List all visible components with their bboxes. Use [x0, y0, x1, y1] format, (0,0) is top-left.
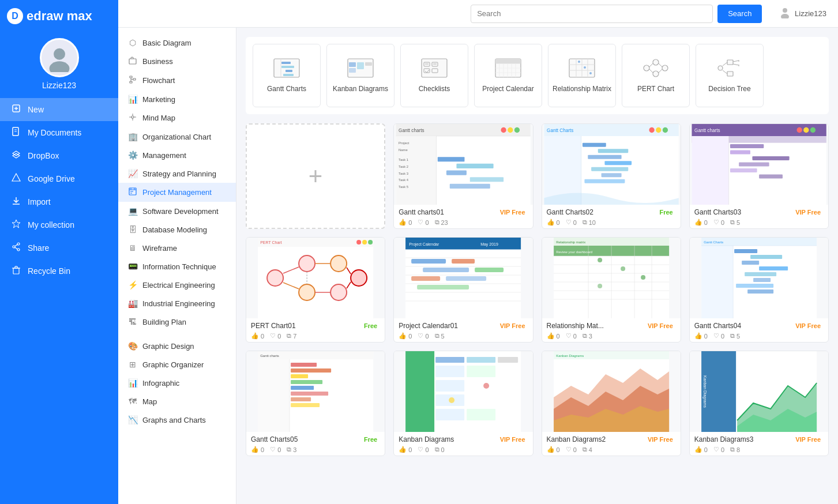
heart-icon: ♡ [566, 332, 572, 340]
svg-rect-62 [495, 59, 521, 63]
template-relmat01[interactable]: Relationship matrix Review your dashboar… [542, 237, 681, 343]
svg-rect-235 [435, 357, 464, 363]
svg-text:Project: Project [399, 141, 409, 145]
svg-point-16 [17, 249, 20, 251]
sidebar-label-docs: My Documents [28, 128, 81, 137]
cat-strategy[interactable]: 📈 Strategy and Planning [118, 164, 236, 183]
gantt01-name: Gantt charts01 [399, 208, 444, 216]
cat-electrical[interactable]: ⚡ Electrical Engineering [118, 276, 236, 294]
sidebar-item-my-documents[interactable]: My Documents [0, 121, 118, 144]
sidebar-item-share[interactable]: Share [0, 236, 118, 259]
svg-rect-116 [470, 177, 503, 182]
template-gantt05[interactable]: Gantt charts [246, 351, 385, 456]
type-project-calendar[interactable]: Project Calendar [474, 44, 542, 107]
cat-label: Basic Diagram [142, 39, 191, 47]
sidebar-item-google-drive[interactable]: Google Drive [0, 167, 118, 190]
svg-point-123 [662, 127, 667, 133]
type-decision-tree[interactable]: Decision Tree [696, 44, 764, 107]
relmat01-name: Relationship Mat... [547, 322, 604, 330]
template-gantt02[interactable]: Gantt Charts [542, 123, 681, 229]
template-gantt01[interactable]: Gantt charts Project Name Task 1 Task 2 [393, 123, 533, 229]
cat-label: Database Modeling [142, 225, 207, 234]
search-input[interactable] [471, 5, 713, 23]
gantt02-stats: 👍0 ♡0 ⧉10 [547, 219, 676, 226]
svg-point-1 [49, 61, 69, 72]
svg-rect-143 [730, 151, 750, 155]
heart-icon: ♡ [270, 446, 276, 453]
cat-marketing[interactable]: 📊 Marketing [118, 90, 236, 108]
svg-rect-129 [604, 161, 632, 165]
cat-building[interactable]: 🏗 Building Plan [118, 313, 236, 331]
mind-map-icon [127, 113, 138, 123]
cat-industrial[interactable]: 🏭 Industrial Engineering [118, 294, 236, 313]
template-kanban02[interactable]: Kanban Diagrams Kanban Diagrams2 VIP Fre… [542, 351, 681, 456]
cat-database[interactable]: 🗄 Database Modeling [118, 220, 236, 239]
new-template-card[interactable]: + [246, 123, 385, 229]
cat-project-management[interactable]: Project Management [118, 183, 236, 202]
type-checklists[interactable]: Checklists [400, 44, 468, 107]
kanban-label: Kanban Diagrams [333, 85, 388, 94]
cat-org-chart[interactable]: 🏢 Organizational Chart [118, 127, 236, 146]
cat-business[interactable]: Business [118, 52, 236, 71]
sidebar-item-my-collection[interactable]: My collection [0, 213, 118, 236]
sidebar-label-share: Share [28, 243, 49, 253]
svg-marker-13 [12, 220, 20, 228]
svg-rect-207 [701, 246, 733, 318]
cat-basic-diagram[interactable]: ⬡ Basic Diagram [118, 33, 236, 52]
template-kanban01[interactable]: Kanban diagrams [393, 351, 533, 456]
sidebar-label-dropbox: DropBox [28, 151, 59, 160]
documents-icon [10, 127, 22, 138]
svg-text:PERT Chart: PERT Chart [260, 240, 282, 245]
type-pert-chart[interactable]: PERT Chart [622, 44, 690, 107]
cat-graphic-organizer[interactable]: ⊞ Graphic Organizer [118, 355, 236, 374]
template-calendar01[interactable]: Project Calendar May 2019 [393, 237, 533, 343]
gantt01-preview: Gantt charts Project Name Task 1 Task 2 [394, 124, 532, 205]
template-kanban03[interactable]: Kanban Diagrams Kanban Diagrams3 VIP Fre… [689, 351, 829, 456]
calendar01-info: Project Calendar01 VIP Free 👍0 ♡0 ⧉5 [394, 318, 532, 342]
type-relationship-matrix[interactable]: Relationship Matrix [548, 44, 616, 107]
cat-info-tech[interactable]: 📟 Information Technique [118, 257, 236, 276]
cat-management[interactable]: ⚙️ Management [118, 146, 236, 164]
like-icon: 👍 [399, 332, 407, 340]
type-kanban-diagrams[interactable]: Kanban Diagrams [326, 44, 394, 107]
template-gantt04[interactable]: Gantt Charts [689, 237, 829, 343]
cat-infographic[interactable]: 📊 Infographic [118, 374, 236, 392]
categories-panel: ⬡ Basic Diagram Business Flowchart 📊 Mar… [118, 28, 236, 504]
type-gantt-charts[interactable]: Gantt Charts [253, 44, 321, 107]
svg-rect-47 [285, 70, 292, 72]
cat-graphs[interactable]: 📉 Graphs and Charts [118, 411, 236, 429]
heart-icon: ♡ [270, 332, 276, 340]
cat-mind-map[interactable]: Mind Map [118, 108, 236, 127]
info-tech-icon: 📟 [127, 262, 138, 271]
cat-label: Infographic [142, 379, 179, 388]
sidebar-item-import[interactable]: Import [0, 190, 118, 213]
svg-line-86 [659, 63, 662, 67]
kanban03-badge: VIP Free [792, 435, 824, 443]
copy-icon: ⧉ [730, 446, 735, 453]
cat-flowchart[interactable]: Flowchart [118, 71, 236, 90]
svg-point-156 [299, 284, 315, 300]
template-gantt03[interactable]: Gantt charts [689, 123, 829, 229]
svg-rect-217 [747, 289, 773, 294]
cat-graphic-design[interactable]: 🎨 Graphic Design [118, 337, 236, 355]
sidebar-item-new[interactable]: New [0, 98, 118, 121]
cat-wireframe[interactable]: 🖥 Wireframe [118, 239, 236, 257]
template-pert01[interactable]: PERT Chart [246, 237, 385, 343]
cat-map[interactable]: 🗺 Map [118, 392, 236, 411]
svg-point-81 [653, 59, 659, 65]
checklists-icon [420, 58, 448, 81]
svg-rect-182 [411, 276, 440, 281]
svg-rect-228 [291, 392, 328, 396]
svg-rect-132 [584, 179, 625, 183]
search-button[interactable]: Search [717, 5, 762, 23]
cat-software-dev[interactable]: 💻 Software Development [118, 202, 236, 220]
svg-point-100 [501, 127, 506, 133]
svg-rect-230 [291, 403, 320, 407]
gantt02-info: Gantt Charts02 Free 👍0 ♡0 ⧉10 [542, 205, 681, 228]
cat-label: Graphic Design [142, 342, 194, 351]
svg-text:Project Calendar: Project Calendar [409, 242, 439, 247]
svg-rect-232 [405, 351, 434, 432]
sidebar-item-recycle-bin[interactable]: Recycle Bin [0, 259, 118, 283]
gantt05-preview: Gantt charts [246, 351, 385, 432]
sidebar-item-dropbox[interactable]: DropBox [0, 144, 118, 167]
